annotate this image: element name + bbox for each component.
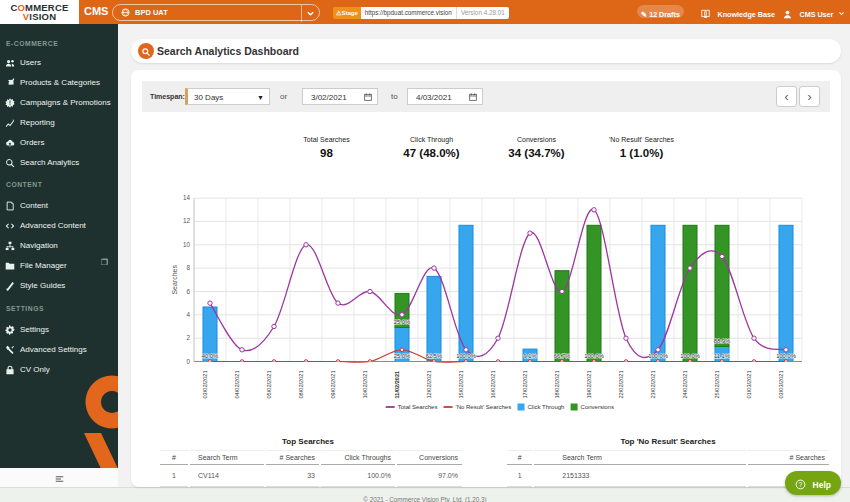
- svg-text:9.1%: 9.1%: [523, 353, 536, 359]
- svg-text:25.0%: 25.0%: [394, 353, 410, 359]
- svg-text:Searches: Searches: [171, 265, 178, 295]
- svg-text:40.0%: 40.0%: [202, 353, 218, 359]
- svg-text:23/02/2021: 23/02/2021: [650, 371, 656, 399]
- svg-text:04/02/2021: 04/02/2021: [234, 371, 240, 399]
- svg-text:05/02/2021: 05/02/2021: [266, 371, 272, 399]
- svg-text:15/02/2021: 15/02/2021: [458, 371, 464, 399]
- svg-text:'No Result' Searches: 'No Result' Searches: [456, 404, 512, 410]
- svg-text:25.0%: 25.0%: [394, 319, 410, 325]
- svg-text:24/02/2021: 24/02/2021: [682, 371, 688, 399]
- svg-text:25/02/2021: 25/02/2021: [714, 371, 720, 399]
- svg-text:100.0%: 100.0%: [456, 353, 476, 359]
- svg-text:11/02/2021: 11/02/2021: [394, 371, 400, 399]
- svg-text:03/02/2021: 03/02/2021: [202, 371, 208, 399]
- svg-text:22/02/2021: 22/02/2021: [618, 371, 624, 399]
- svg-text:8: 8: [186, 264, 190, 271]
- svg-text:?: ?: [799, 481, 803, 488]
- svg-text:100.0%: 100.0%: [776, 353, 796, 359]
- svg-text:4: 4: [186, 311, 190, 318]
- svg-text:14: 14: [183, 194, 191, 201]
- svg-text:2: 2: [186, 334, 190, 341]
- svg-text:18/02/2021: 18/02/2021: [554, 371, 560, 399]
- svg-text:62.5%: 62.5%: [426, 353, 442, 359]
- svg-text:16/02/2021: 16/02/2021: [490, 371, 496, 399]
- svg-text:10/02/2021: 10/02/2021: [362, 371, 368, 399]
- svg-text:01/03/2021: 01/03/2021: [746, 371, 752, 399]
- svg-text:12: 12: [183, 217, 191, 224]
- svg-text:12/02/2021: 12/02/2021: [426, 371, 432, 399]
- svg-text:Conversions: Conversions: [581, 404, 614, 410]
- svg-text:66.7%: 66.7%: [554, 353, 570, 359]
- svg-text:Total Searches: Total Searches: [398, 404, 438, 410]
- svg-text:100.0%: 100.0%: [680, 353, 700, 359]
- svg-text:19/02/2021: 19/02/2021: [586, 371, 592, 399]
- svg-text:03/03/2021: 03/03/2021: [778, 371, 784, 399]
- svg-text:17/02/2021: 17/02/2021: [522, 371, 528, 399]
- svg-text:100.0%: 100.0%: [584, 353, 604, 359]
- svg-text:100.0%: 100.0%: [648, 353, 668, 359]
- svg-text:09/02/2021: 09/02/2021: [330, 371, 336, 399]
- svg-text:88.9%: 88.9%: [714, 338, 730, 344]
- svg-text:11.1%: 11.1%: [714, 353, 730, 359]
- svg-text:0: 0: [186, 358, 190, 365]
- svg-text:Click Through: Click Through: [528, 404, 565, 410]
- svg-text:6: 6: [186, 288, 190, 295]
- svg-text:10: 10: [183, 241, 191, 248]
- svg-text:08/02/2021: 08/02/2021: [298, 371, 304, 399]
